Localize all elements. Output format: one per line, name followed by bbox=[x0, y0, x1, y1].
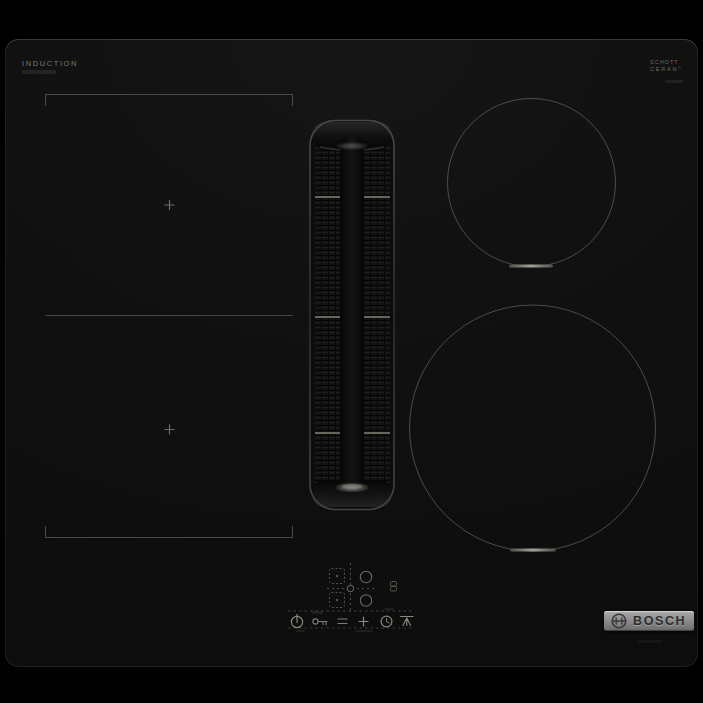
micro-label-1 bbox=[312, 611, 323, 614]
zone-left-bottom-dot bbox=[336, 599, 338, 601]
cook-zone-marker-small bbox=[509, 265, 553, 268]
bosch-armature-icon bbox=[610, 612, 628, 630]
schott-ceran-logo: SCHOTT CERAN® bbox=[650, 60, 688, 73]
product-photo-bosch-hob: INDUCTION SCHOTT CERAN® BOSCH bbox=[0, 0, 703, 703]
zone-right-top-circle bbox=[360, 571, 371, 582]
flex-zone-top-bracket bbox=[46, 95, 293, 107]
badge-subtext bbox=[637, 640, 663, 643]
timer-clock-icon bbox=[381, 616, 392, 627]
hood-fan-icon bbox=[401, 617, 414, 626]
hob-graphics bbox=[0, 0, 703, 703]
bosch-badge: BOSCH bbox=[604, 611, 694, 631]
micro-label-3 bbox=[355, 630, 373, 633]
model-number-text bbox=[22, 70, 56, 74]
cook-zone-marker-large bbox=[510, 549, 556, 552]
power-move-icon bbox=[391, 582, 397, 592]
induction-label: INDUCTION bbox=[22, 59, 78, 68]
key-lock-icon bbox=[313, 619, 327, 625]
zone-left-top-dot bbox=[336, 575, 338, 577]
micro-label-2 bbox=[384, 608, 394, 611]
vent-filter-left bbox=[315, 129, 341, 501]
schott-line2: CERAN® bbox=[650, 66, 688, 73]
power-icon bbox=[291, 615, 302, 628]
schott-subtext bbox=[665, 80, 683, 83]
bosch-logo-text: BOSCH bbox=[633, 614, 686, 628]
plus-icon bbox=[359, 617, 368, 626]
zone-right-bottom-circle bbox=[360, 595, 371, 606]
registered-mark: ® bbox=[678, 66, 681, 70]
vent-center-bar bbox=[340, 134, 364, 494]
flex-zone-outline bbox=[46, 95, 293, 538]
flex-plus-icon-top bbox=[165, 200, 175, 210]
micro-label-4 bbox=[296, 630, 305, 633]
cook-zone-circle-large bbox=[410, 305, 656, 551]
vent-bottom-knob-highlight bbox=[342, 484, 362, 489]
vent-filter-right bbox=[364, 129, 390, 501]
flex-plus-icon-bottom bbox=[165, 425, 175, 435]
pause-icon bbox=[338, 619, 347, 624]
vent-module bbox=[310, 121, 394, 510]
cook-zone-circle-small bbox=[448, 99, 616, 267]
selector-center-circle bbox=[347, 585, 353, 591]
vent-top-knob bbox=[336, 142, 368, 150]
flex-zone-bottom-bracket bbox=[46, 526, 293, 538]
